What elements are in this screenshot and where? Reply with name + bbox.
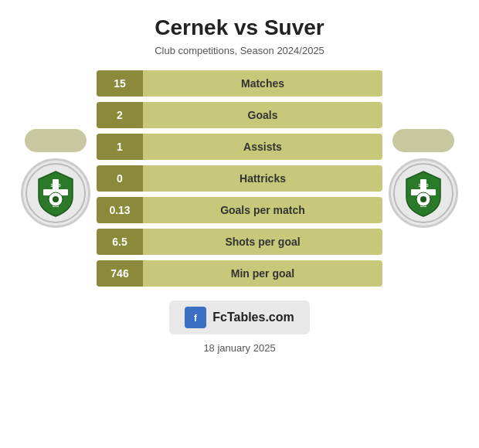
logo-left-circle: 1920: [21, 158, 90, 228]
stat-label-4: Goals per match: [143, 204, 382, 216]
stat-row: 746Min per goal: [97, 260, 382, 287]
stat-row: 15Matches: [97, 70, 382, 97]
page-subtitle: Club competitions, Season 2024/2025: [155, 45, 324, 56]
footer-date: 18 january 2025: [203, 342, 275, 354]
stat-label-1: Goals: [143, 109, 382, 121]
svg-point-10: [420, 196, 426, 202]
logo-left-svg: 1920: [25, 162, 87, 224]
page-title: Cernek vs Suver: [155, 15, 324, 40]
logo-right-svg: 1920: [392, 162, 454, 224]
logo-left-top-bar: [25, 129, 87, 152]
stat-row: 1Assists: [97, 134, 382, 160]
fctables-logo-icon: f: [188, 310, 203, 325]
stat-value-6: 746: [97, 260, 143, 287]
stat-label-5: Shots per goal: [143, 236, 382, 248]
stat-row: 2Goals: [97, 102, 382, 128]
stat-row: 0.13Goals per match: [97, 197, 382, 223]
fctables-icon: f: [185, 307, 206, 328]
stat-label-0: Matches: [143, 77, 382, 90]
logo-right: 1920: [389, 129, 458, 228]
svg-text:1920: 1920: [50, 183, 61, 188]
fctables-text: FcTables.com: [212, 311, 294, 324]
stat-value-3: 0: [97, 165, 143, 192]
stat-value-5: 6.5: [97, 229, 143, 255]
stat-value-0: 15: [97, 70, 143, 97]
stats-container: 15Matches2Goals1Assists0Hattricks0.13Goa…: [97, 70, 382, 287]
page-container: Cernek vs Suver Club competitions, Seaso…: [0, 0, 479, 448]
stat-row: 0Hattricks: [97, 165, 382, 192]
main-content: 1920 15Matches2Goals1Assists0Hattricks0.…: [8, 70, 471, 287]
stat-label-3: Hattricks: [143, 172, 382, 185]
stat-value-4: 0.13: [97, 197, 143, 223]
svg-text:1920: 1920: [418, 183, 429, 188]
logo-right-circle: 1920: [389, 158, 458, 228]
svg-point-4: [53, 196, 59, 202]
stat-label-2: Assists: [143, 141, 382, 153]
stat-value-2: 1: [97, 134, 143, 160]
stat-label-6: Min per goal: [143, 267, 382, 280]
logo-right-top-bar: [392, 129, 454, 152]
stat-value-1: 2: [97, 102, 143, 128]
fctables-banner: f FcTables.com: [169, 300, 310, 334]
logo-left: 1920: [21, 129, 90, 228]
stat-row: 6.5Shots per goal: [97, 229, 382, 255]
